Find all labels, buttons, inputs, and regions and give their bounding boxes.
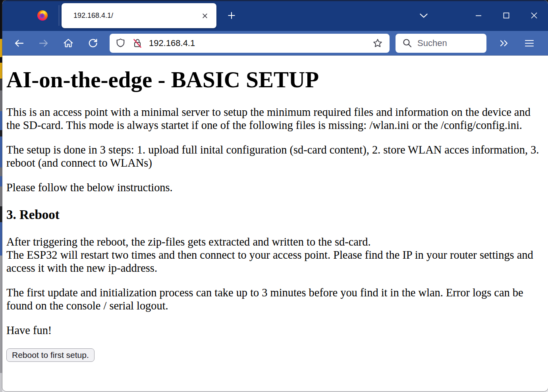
hamburger-icon	[524, 39, 534, 48]
text-line: found on the console / serial logout.	[6, 299, 546, 312]
magnifier-icon	[402, 38, 413, 48]
url-input[interactable]	[149, 38, 370, 48]
close-icon	[531, 12, 538, 19]
search-input[interactable]	[417, 38, 482, 48]
home-button[interactable]	[60, 35, 76, 51]
reload-icon	[87, 38, 98, 49]
tab-separator	[59, 5, 59, 26]
search-bar[interactable]	[396, 34, 486, 53]
update-note-paragraph: The first update and initialization proc…	[6, 286, 546, 312]
reboot-info-paragraph: After triggering the reboot, the zip-fil…	[6, 235, 546, 275]
insecure-lock-icon[interactable]	[132, 38, 143, 48]
window-close-button[interactable]	[525, 8, 543, 23]
menu-button[interactable]	[521, 35, 537, 51]
window-maximize-button[interactable]	[497, 8, 515, 23]
reboot-button[interactable]: Reboot to first setup.	[6, 348, 95, 362]
text-line: This is an access point with a minimal s…	[6, 106, 546, 119]
shield-icon[interactable]	[115, 38, 126, 48]
tab-close-button[interactable]	[198, 9, 212, 23]
steps-paragraph: The setup is done in 3 steps: 1. upload …	[6, 143, 546, 169]
tab-title: 192.168.4.1/	[73, 12, 198, 20]
browser-tab-active[interactable]: 192.168.4.1/	[62, 3, 216, 28]
double-chevron-right-icon	[498, 38, 509, 48]
forward-button[interactable]	[36, 35, 52, 51]
text-line: The ESP32 will restart two times and the…	[6, 248, 546, 261]
window-minimize-button[interactable]	[469, 8, 488, 23]
section-heading-reboot: 3. Reboot	[6, 207, 546, 222]
page-content: AI-on-the-edge - BASIC SETUP This is an …	[2, 56, 548, 391]
browser-toolbar	[2, 31, 548, 56]
site-identity-box[interactable]	[115, 38, 143, 48]
back-button[interactable]	[11, 35, 27, 51]
firefox-logo-icon[interactable]	[37, 10, 48, 21]
star-icon	[372, 38, 383, 49]
page-title: AI-on-the-edge - BASIC SETUP	[6, 67, 546, 92]
toolbar-overflow-button[interactable]	[496, 35, 512, 51]
plus-icon	[227, 11, 236, 20]
new-tab-button[interactable]	[224, 8, 239, 23]
text-line: access it with the new ip-address.	[6, 261, 546, 275]
url-bar[interactable]	[110, 34, 390, 53]
text-line: The setup is done in 3 steps: 1. upload …	[6, 143, 546, 156]
reload-button[interactable]	[85, 35, 101, 51]
chevron-down-icon	[419, 13, 428, 19]
text-line: Have fun!	[6, 324, 546, 337]
maximize-icon	[503, 12, 509, 19]
arrow-left-icon	[14, 38, 24, 48]
browser-window: 192.168.4.1/	[2, 0, 548, 391]
close-icon	[201, 12, 209, 20]
text-line: Please follow the below instructions.	[6, 181, 546, 194]
tab-list-button[interactable]	[415, 9, 432, 23]
intro-paragraph: This is an access point with a minimal s…	[6, 106, 546, 132]
arrow-right-icon	[39, 38, 49, 48]
home-icon	[63, 38, 74, 49]
closing-paragraph: Have fun!	[6, 324, 546, 337]
minimize-icon	[475, 12, 482, 19]
follow-paragraph: Please follow the below instructions.	[6, 181, 546, 194]
text-line: After triggering the reboot, the zip-fil…	[6, 235, 546, 248]
text-line: the SD-card. This mode is always startet…	[6, 119, 546, 132]
bookmark-star-button[interactable]	[370, 36, 385, 50]
browser-titlebar: 192.168.4.1/	[2, 0, 548, 31]
text-line: The first update and initialization proc…	[6, 286, 546, 299]
text-line: reboot (and connect to WLANs)	[6, 156, 546, 169]
